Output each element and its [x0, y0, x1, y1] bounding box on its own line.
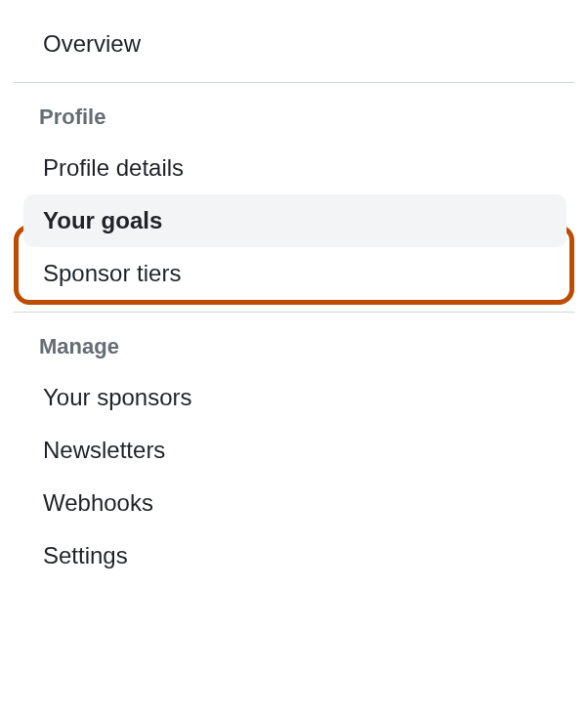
sidebar-nav: Overview Profile Profile details Your go… — [0, 0, 588, 582]
section-profile: Profile Profile details Your goals Spons… — [0, 83, 588, 300]
section-header-manage: Manage — [0, 313, 588, 371]
sidebar-item-webhooks[interactable]: Webhooks — [0, 477, 588, 529]
sidebar-item-label: Overview — [43, 30, 141, 57]
sidebar-item-sponsor-tiers[interactable]: Sponsor tiers — [0, 247, 588, 300]
sidebar-item-settings[interactable]: Settings — [0, 529, 588, 582]
section-manage: Manage Your sponsors Newsletters Webhook… — [0, 313, 588, 582]
sidebar-item-newsletters[interactable]: Newsletters — [0, 424, 588, 477]
sidebar-item-label: Profile details — [43, 154, 184, 181]
sidebar-item-your-goals[interactable]: Your goals — [23, 194, 567, 247]
section-header-label: Profile — [39, 105, 105, 129]
sidebar-item-label: Settings — [43, 542, 128, 568]
sidebar-item-label: Your sponsors — [43, 384, 192, 410]
sidebar-item-label: Webhooks — [43, 489, 153, 516]
sidebar-item-label: Newsletters — [43, 437, 165, 463]
section-header-label: Manage — [39, 334, 119, 358]
sidebar-item-overview[interactable]: Overview — [0, 18, 588, 70]
section-header-profile: Profile — [0, 83, 588, 142]
sidebar-item-your-sponsors[interactable]: Your sponsors — [0, 371, 588, 424]
sidebar-item-profile-details[interactable]: Profile details — [0, 142, 588, 194]
sidebar-item-label: Your goals — [43, 207, 162, 233]
sidebar-item-label: Sponsor tiers — [43, 260, 181, 286]
